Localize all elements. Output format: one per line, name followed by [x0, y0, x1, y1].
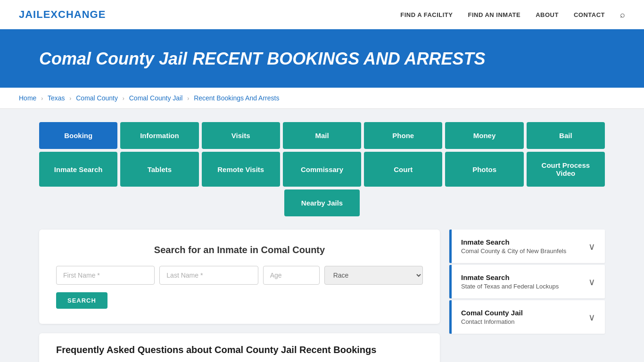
btn-inmate-search[interactable]: Inmate Search [39, 152, 117, 187]
nav-contact[interactable]: CONTACT [574, 11, 605, 18]
sidebar-title-3: Comal County Jail [461, 309, 523, 317]
below-search: Frequently Asked Questions about Comal C… [39, 333, 440, 362]
breadcrumb-sep-3: › [123, 95, 124, 102]
nav-button-row1: Booking Information Visits Mail Phone Mo… [39, 122, 605, 149]
btn-visits[interactable]: Visits [202, 122, 280, 149]
sidebar-title-1: Inmate Search [461, 238, 566, 246]
search-form: Race White Black Hispanic Asian Other [56, 266, 423, 285]
breadcrumb-current: Recent Bookings And Arrests [194, 94, 279, 102]
search-title: Search for an Inmate in Comal County [56, 245, 423, 255]
chevron-down-icon-1: ∨ [588, 241, 595, 252]
sidebar-text-3: Comal County Jail Contact Information [461, 309, 523, 325]
btn-nearby-jails[interactable]: Nearby Jails [284, 189, 360, 216]
btn-phone[interactable]: Phone [364, 122, 442, 149]
breadcrumb-texas[interactable]: Texas [48, 94, 65, 102]
btn-information[interactable]: Information [120, 122, 198, 149]
sidebar-subtitle-3: Contact Information [461, 318, 523, 325]
nav-find-inmate[interactable]: FIND AN INMATE [468, 11, 520, 18]
race-select[interactable]: Race White Black Hispanic Asian Other [324, 266, 423, 285]
breadcrumb-home[interactable]: Home [19, 94, 36, 102]
content-area: Search for an Inmate in Comal County Rac… [39, 230, 605, 362]
page-subtitle: RECENT BOOKINGS AND ARRESTS [192, 49, 485, 68]
breadcrumb-sep-1: › [41, 95, 43, 102]
breadcrumb-sep-4: › [187, 95, 189, 102]
last-name-input[interactable] [159, 266, 258, 285]
breadcrumb-comal-county-jail[interactable]: Comal County Jail [129, 94, 183, 102]
sidebar: Inmate Search Comal County & City of New… [449, 230, 605, 336]
age-input[interactable] [263, 266, 320, 285]
navbar: JAILEXCHANGE FIND A FACILITY FIND AN INM… [0, 0, 644, 31]
logo-jail: JAIL [19, 8, 43, 21]
sidebar-text-1: Inmate Search Comal County & City of New… [461, 238, 566, 255]
btn-mail[interactable]: Mail [283, 122, 361, 149]
nav-about[interactable]: ABOUT [536, 11, 559, 18]
sidebar-subtitle-1: Comal County & City of New Braunfels [461, 247, 566, 255]
breadcrumb: Home › Texas › Comal County › Comal Coun… [0, 88, 644, 109]
nav-button-row3: Nearby Jails [39, 189, 605, 216]
breadcrumb-sep-2: › [69, 95, 71, 102]
sidebar-item-2[interactable]: Inmate Search State of Texas and Federal… [449, 265, 605, 298]
main-content: Booking Information Visits Mail Phone Mo… [20, 109, 624, 362]
sidebar-item-3[interactable]: Comal County Jail Contact Information ∨ [449, 300, 605, 334]
search-box: Search for an Inmate in Comal County Rac… [39, 230, 440, 324]
logo[interactable]: JAILEXCHANGE [19, 8, 106, 21]
btn-remote-visits[interactable]: Remote Visits [202, 152, 280, 187]
logo-exchange: EXCHANGE [43, 8, 106, 21]
btn-money[interactable]: Money [445, 122, 523, 149]
sidebar-subtitle-2: State of Texas and Federal Lockups [461, 283, 559, 290]
btn-photos[interactable]: Photos [445, 152, 523, 187]
btn-court[interactable]: Court [364, 152, 442, 187]
first-name-input[interactable] [56, 266, 155, 285]
nav-links: FIND A FACILITY FIND AN INMATE ABOUT CON… [400, 10, 625, 20]
sidebar-text-2: Inmate Search State of Texas and Federal… [461, 273, 559, 290]
breadcrumb-comal-county[interactable]: Comal County [76, 94, 118, 102]
chevron-down-icon-3: ∨ [588, 312, 595, 323]
hero-banner: Comal County Jail RECENT BOOKINGS AND AR… [0, 31, 644, 88]
nav-find-facility[interactable]: FIND A FACILITY [400, 11, 453, 18]
chevron-down-icon-2: ∨ [588, 276, 595, 288]
btn-booking[interactable]: Booking [39, 122, 117, 149]
page-title: Comal County Jail RECENT BOOKINGS AND AR… [39, 48, 605, 69]
btn-court-process-video[interactable]: Court Process Video [527, 152, 605, 187]
nav-button-row2: Inmate Search Tablets Remote Visits Comm… [39, 152, 605, 187]
btn-bail[interactable]: Bail [527, 122, 605, 149]
btn-commissary[interactable]: Commissary [283, 152, 361, 187]
search-icon[interactable]: ⌕ [620, 10, 625, 20]
search-button[interactable]: SEARCH [56, 292, 107, 309]
left-column: Search for an Inmate in Comal County Rac… [39, 230, 440, 362]
btn-tablets[interactable]: Tablets [120, 152, 198, 187]
sidebar-item-1[interactable]: Inmate Search Comal County & City of New… [449, 230, 605, 263]
sidebar-title-2: Inmate Search [461, 273, 559, 281]
faq-title: Frequently Asked Questions about Comal C… [56, 345, 423, 355]
